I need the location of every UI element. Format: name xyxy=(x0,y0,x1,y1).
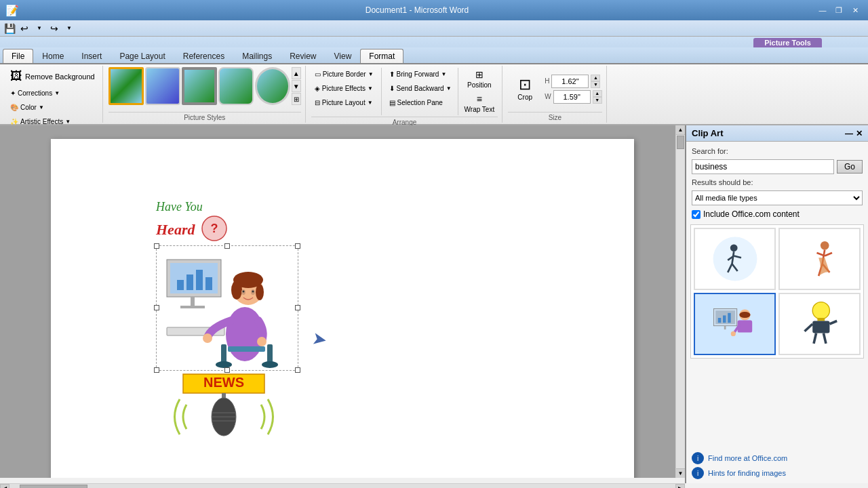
ribbon: 🖼 Remove Background ✦ Corrections ▼ 🎨 Co… xyxy=(0,64,868,125)
tab-review[interactable]: Review xyxy=(281,49,325,63)
news-clipart: NEWS xyxy=(156,371,292,452)
title-bar: 📝 Document1 - Microsoft Word — ❐ ✕ xyxy=(0,0,868,20)
document-area[interactable]: ▲ ▼ Have You Heard ? xyxy=(0,125,685,478)
picture-styles-group-label: Picture Styles xyxy=(108,112,301,121)
svg-line-52 xyxy=(823,333,826,344)
save-button[interactable]: 💾 xyxy=(3,22,16,35)
picture-style-1[interactable] xyxy=(108,67,144,105)
search-row: Go xyxy=(692,159,863,174)
pb-arrow: ▼ xyxy=(368,71,374,77)
height-up[interactable]: ▲ xyxy=(591,75,600,81)
svg-rect-4 xyxy=(177,280,184,290)
handle-tm[interactable] xyxy=(224,243,230,249)
go-button[interactable]: Go xyxy=(837,160,863,174)
crop-button[interactable]: ⊡ Crop xyxy=(508,75,542,103)
width-input[interactable] xyxy=(553,90,591,104)
handle-tl[interactable] xyxy=(154,243,159,249)
result-item-1[interactable] xyxy=(694,228,776,290)
picture-style-5[interactable] xyxy=(255,67,290,105)
h-scroll-thumb[interactable] xyxy=(20,485,87,489)
svg-rect-7 xyxy=(205,277,212,290)
color-arrow: ▼ xyxy=(39,104,44,110)
svg-point-48 xyxy=(812,302,829,319)
tab-mailings[interactable]: Mailings xyxy=(233,49,281,63)
artistic-effects-label: Artistic Effects xyxy=(20,118,63,125)
selection-pane-icon: ▤ xyxy=(389,99,395,106)
picture-effects-label: Picture Effects xyxy=(322,85,366,92)
tab-insert[interactable]: Insert xyxy=(73,49,111,63)
picture-style-3[interactable] xyxy=(182,67,217,105)
picture-layout-button[interactable]: ⊟ Picture Layout ▼ xyxy=(311,96,377,109)
svg-point-11 xyxy=(226,307,264,361)
media-types-select[interactable]: All media file types xyxy=(692,190,863,205)
redo-button[interactable]: ↪ xyxy=(47,22,61,35)
send-backward-button[interactable]: ⬇ Send Backward ▼ xyxy=(386,81,455,95)
clip-art-panel: Clip Art — ✕ Search for: Go Results shou… xyxy=(685,125,868,483)
scroll-up-arrow[interactable]: ▲ xyxy=(676,125,685,135)
handle-ml[interactable] xyxy=(154,305,159,310)
qat-more[interactable]: ▼ xyxy=(62,22,76,35)
minimize-button[interactable]: — xyxy=(815,4,830,16)
have-you-text: Have You xyxy=(156,200,298,215)
horizontal-scrollbar[interactable]: ◀ ▶ xyxy=(0,483,685,488)
svg-rect-39 xyxy=(717,318,721,323)
svg-rect-9 xyxy=(180,306,205,308)
tab-page-layout[interactable]: Page Layout xyxy=(111,49,174,63)
picture-style-2[interactable] xyxy=(145,67,180,105)
find-more-link[interactable]: i Find more at Office.com xyxy=(692,452,863,464)
restore-button[interactable]: ❐ xyxy=(831,4,846,16)
vertical-scrollbar[interactable]: ▲ ▼ xyxy=(675,125,685,478)
handle-tr[interactable] xyxy=(295,243,300,249)
handle-bm[interactable] xyxy=(224,367,230,373)
scroll-down-arrow[interactable]: ▼ xyxy=(676,468,685,478)
undo-dropdown[interactable]: ▼ xyxy=(33,22,46,35)
clip-art-panel-footer: i Find more at Office.com i Hints for fi… xyxy=(686,448,868,483)
include-office-label: Include Office.com content xyxy=(703,209,800,219)
result-item-3[interactable] xyxy=(694,293,776,355)
h-scroll-right[interactable]: ▶ xyxy=(675,484,685,489)
picture-layout-label: Picture Layout xyxy=(322,99,366,106)
main-area: ▲ ▼ Have You Heard ? xyxy=(0,125,868,483)
remove-background-button[interactable]: 🖼 Remove Background xyxy=(7,67,98,85)
close-button[interactable]: ✕ xyxy=(848,4,863,16)
panel-close-icon[interactable]: ✕ xyxy=(856,129,863,138)
picture-style-4[interactable] xyxy=(218,67,254,105)
position-button[interactable]: ⊞ Position xyxy=(461,67,498,91)
bring-forward-button[interactable]: ⬆ Bring Forward ▼ xyxy=(386,67,455,81)
tab-references[interactable]: References xyxy=(174,49,233,63)
tab-format[interactable]: Format xyxy=(360,49,403,63)
result-item-2[interactable] xyxy=(778,228,861,290)
width-up[interactable]: ▲ xyxy=(593,90,602,97)
handle-br[interactable] xyxy=(295,367,300,373)
height-input[interactable] xyxy=(551,75,589,88)
width-down[interactable]: ▼ xyxy=(593,97,602,104)
search-input[interactable] xyxy=(692,159,834,174)
result-4-image xyxy=(795,300,844,348)
height-down[interactable]: ▼ xyxy=(591,81,600,88)
handle-mr[interactable] xyxy=(295,305,300,310)
hints-link[interactable]: i Hints for finding images xyxy=(692,467,863,479)
results-area[interactable] xyxy=(686,224,868,448)
include-office-checkbox[interactable] xyxy=(692,210,701,219)
handle-bl[interactable] xyxy=(154,367,159,373)
arrange-group-label: Arrange xyxy=(311,117,498,126)
tab-home[interactable]: Home xyxy=(33,49,73,63)
gallery-up-arrow[interactable]: ▲ xyxy=(292,67,301,79)
tab-view[interactable]: View xyxy=(326,49,361,63)
gallery-down-arrow[interactable]: ▼ xyxy=(292,80,301,92)
selection-pane-button[interactable]: ▤ Selection Pane xyxy=(386,96,455,109)
panel-minimize-icon[interactable]: — xyxy=(845,129,853,138)
undo-button[interactable]: ↩ xyxy=(18,22,31,35)
scrollbar-thumb[interactable] xyxy=(677,136,684,149)
picture-border-button[interactable]: ▭ Picture Border ▼ xyxy=(311,67,377,81)
picture-effects-button[interactable]: ◈ Picture Effects ▼ xyxy=(311,81,377,95)
tab-file[interactable]: File xyxy=(3,49,33,63)
svg-text:?: ? xyxy=(211,222,218,235)
corrections-button[interactable]: ✦ Corrections ▼ xyxy=(7,86,98,100)
gallery-expand-arrow[interactable]: ⊞ xyxy=(292,93,301,105)
selected-image-container[interactable]: Have You Heard ? xyxy=(156,200,298,454)
color-button[interactable]: 🎨 Color ▼ xyxy=(7,100,98,114)
result-item-4[interactable] xyxy=(778,293,861,355)
h-scroll-left[interactable]: ◀ xyxy=(0,484,9,489)
wrap-text-button[interactable]: ≡ Wrap Text xyxy=(461,92,498,115)
